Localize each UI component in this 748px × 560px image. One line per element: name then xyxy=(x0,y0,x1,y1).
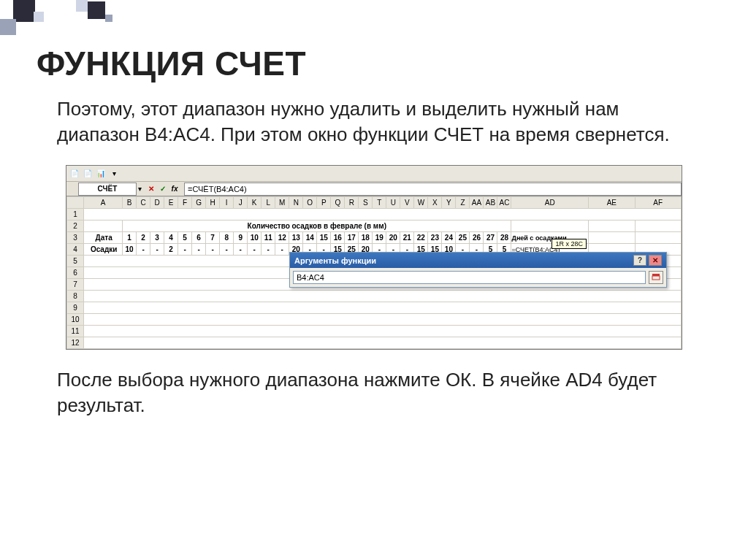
col-header[interactable]: T xyxy=(373,197,386,209)
cell[interactable] xyxy=(84,326,682,337)
col-header[interactable]: S xyxy=(359,197,373,209)
row-header[interactable]: 8 xyxy=(67,291,84,302)
col-header[interactable]: AA xyxy=(470,197,484,209)
col-header[interactable]: G xyxy=(192,197,206,209)
cell[interactable]: - xyxy=(137,244,150,256)
cell[interactable]: 12 xyxy=(275,232,289,244)
col-header[interactable]: J xyxy=(234,197,248,209)
select-all-corner[interactable] xyxy=(67,197,84,209)
cell[interactable]: - xyxy=(220,244,234,256)
col-header[interactable]: Z xyxy=(456,197,470,209)
cell[interactable]: 8 xyxy=(220,232,234,244)
row-header[interactable]: 6 xyxy=(67,267,84,279)
cell[interactable]: 1 xyxy=(123,232,137,244)
cell[interactable]: 10 xyxy=(248,232,262,244)
row-header[interactable]: 7 xyxy=(67,279,84,291)
cell[interactable]: 4 xyxy=(164,232,178,244)
cell[interactable]: 7 xyxy=(206,232,220,244)
cell[interactable]: - xyxy=(262,244,275,256)
cell[interactable] xyxy=(84,337,682,349)
cell[interactable]: 13 xyxy=(289,232,303,244)
function-arguments-dialog[interactable]: Аргументы функции ? ✕ B4:AC4 xyxy=(289,252,667,288)
cell[interactable]: 21 xyxy=(400,232,414,244)
cell[interactable]: 19 xyxy=(373,232,386,244)
cell[interactable]: 11 xyxy=(262,232,275,244)
cell[interactable]: 16 xyxy=(331,232,345,244)
row-header[interactable]: 5 xyxy=(67,256,84,267)
cell[interactable] xyxy=(84,302,682,314)
cell[interactable]: - xyxy=(192,244,206,256)
col-header[interactable]: N xyxy=(289,197,303,209)
cell[interactable] xyxy=(635,232,681,244)
cell[interactable] xyxy=(84,314,682,326)
dialog-range-input[interactable]: B4:AC4 xyxy=(293,271,646,284)
cell[interactable]: - xyxy=(206,244,220,256)
cell[interactable]: 6 xyxy=(192,232,206,244)
col-header[interactable]: V xyxy=(400,197,414,209)
col-header[interactable]: L xyxy=(262,197,275,209)
col-header[interactable]: K xyxy=(248,197,262,209)
col-header[interactable]: W xyxy=(414,197,428,209)
row-header[interactable]: 2 xyxy=(67,220,84,232)
cell[interactable]: 23 xyxy=(428,232,442,244)
col-header[interactable]: D xyxy=(150,197,164,209)
row-header[interactable]: 10 xyxy=(67,314,84,326)
cell[interactable]: 9 xyxy=(234,232,248,244)
cell[interactable]: 2 xyxy=(137,232,150,244)
dialog-help-button[interactable]: ? xyxy=(633,255,646,266)
cell[interactable] xyxy=(84,209,682,220)
dialog-titlebar[interactable]: Аргументы функции ? ✕ xyxy=(290,253,666,268)
cell[interactable]: 5 xyxy=(178,232,192,244)
cell[interactable]: 25 xyxy=(456,232,470,244)
cell[interactable]: - xyxy=(234,244,248,256)
cell[interactable] xyxy=(635,220,681,232)
cell[interactable] xyxy=(511,220,589,232)
cell[interactable]: 10 xyxy=(123,244,137,256)
col-header[interactable]: Q xyxy=(331,197,345,209)
cell[interactable] xyxy=(84,220,123,232)
col-header[interactable]: AC xyxy=(497,197,511,209)
cell[interactable] xyxy=(589,232,635,244)
cell[interactable]: 20 xyxy=(386,232,400,244)
cell[interactable]: - xyxy=(248,244,262,256)
cell[interactable] xyxy=(589,220,635,232)
cell[interactable] xyxy=(84,291,682,302)
cancel-formula-icon[interactable]: ✕ xyxy=(146,184,156,194)
cell[interactable]: 27 xyxy=(484,232,497,244)
row-header[interactable]: 11 xyxy=(67,326,84,337)
cell[interactable]: 24 xyxy=(442,232,456,244)
cell[interactable]: - xyxy=(178,244,192,256)
col-header[interactable]: H xyxy=(206,197,220,209)
col-header[interactable]: AB xyxy=(484,197,497,209)
table-title-cell[interactable]: Количество осадков в феврале (в мм) xyxy=(123,220,511,232)
row-header[interactable]: 12 xyxy=(67,337,84,349)
fx-icon[interactable]: fx xyxy=(169,184,180,194)
col-header[interactable]: AD xyxy=(511,197,589,209)
row-header[interactable]: 9 xyxy=(67,302,84,314)
cell-label[interactable]: Осадки xyxy=(84,244,123,256)
col-header[interactable]: I xyxy=(220,197,234,209)
dialog-expand-button[interactable] xyxy=(649,271,663,284)
col-header[interactable]: E xyxy=(164,197,178,209)
cell[interactable]: 17 xyxy=(345,232,359,244)
cell-label[interactable]: Дата xyxy=(84,232,123,244)
row-header[interactable]: 3 xyxy=(67,232,84,244)
col-header[interactable]: U xyxy=(386,197,400,209)
col-header[interactable]: Y xyxy=(442,197,456,209)
cell[interactable]: 28 xyxy=(497,232,511,244)
accept-formula-icon[interactable]: ✓ xyxy=(158,184,168,194)
col-header[interactable]: C xyxy=(137,197,150,209)
cell[interactable]: 18 xyxy=(359,232,373,244)
cell[interactable]: 3 xyxy=(150,232,164,244)
col-header[interactable]: AE xyxy=(589,197,635,209)
col-header[interactable]: B xyxy=(123,197,137,209)
col-header[interactable]: A xyxy=(84,197,123,209)
cell[interactable]: 2 xyxy=(164,244,178,256)
col-header[interactable]: AF xyxy=(635,197,681,209)
col-header[interactable]: R xyxy=(345,197,359,209)
dialog-close-button[interactable]: ✕ xyxy=(649,255,662,266)
name-box[interactable]: СЧЁТ xyxy=(78,183,137,196)
row-header[interactable]: 4 xyxy=(67,244,84,256)
col-header[interactable]: O xyxy=(303,197,317,209)
cell[interactable]: 15 xyxy=(317,232,331,244)
